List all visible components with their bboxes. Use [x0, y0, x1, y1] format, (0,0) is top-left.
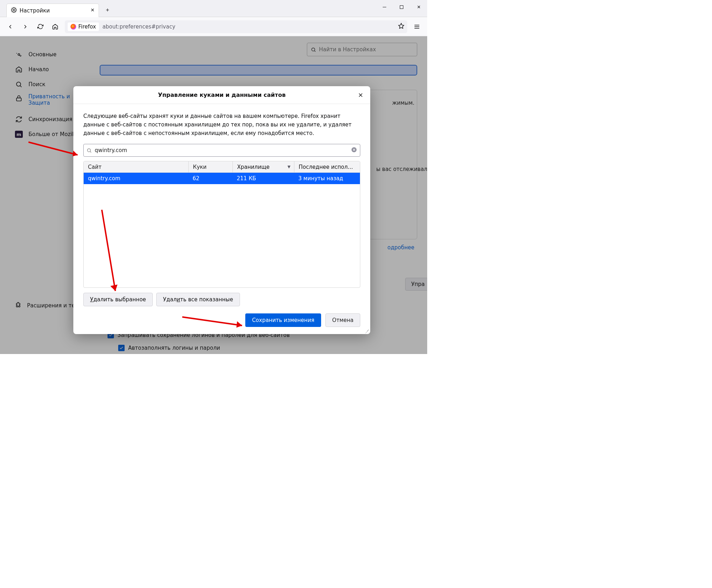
cell-site: qwintry.com: [84, 173, 188, 184]
back-button[interactable]: [5, 21, 16, 32]
firefox-icon: [70, 24, 76, 30]
delete-all-button[interactable]: Удалить все показанные: [156, 293, 240, 306]
cookies-dialog: Управление куками и данными сайтов Следу…: [73, 86, 370, 334]
table-header: Сайт Куки Хранилище ▼ Последнее использо…: [84, 161, 360, 173]
dialog-close-button[interactable]: [356, 90, 365, 100]
app-menu-button[interactable]: [412, 21, 422, 32]
home-button[interactable]: [50, 21, 61, 32]
clear-search-icon[interactable]: [351, 147, 357, 154]
cancel-button[interactable]: Отмена: [325, 313, 360, 327]
dialog-search-value: qwintry.com: [95, 147, 348, 153]
svg-marker-2: [399, 23, 404, 28]
urlbar[interactable]: Firefox about:preferences#privacy: [65, 20, 407, 33]
tab-close-icon[interactable]: [90, 7, 95, 14]
sort-indicator-icon: ▼: [288, 165, 290, 169]
table-row[interactable]: qwintry.com 62 211 КБ 3 минуты назад: [84, 173, 360, 184]
window-close[interactable]: [410, 1, 427, 13]
window-maximize[interactable]: [393, 1, 410, 13]
col-last-used[interactable]: Последнее использование: [294, 161, 360, 172]
titlebar: Настройки: [0, 0, 427, 17]
cell-storage: 211 КБ: [232, 173, 294, 184]
search-icon: [87, 148, 92, 153]
identity-label: Firefox: [78, 24, 96, 30]
dialog-search-input[interactable]: qwintry.com: [83, 144, 360, 157]
sites-table: Сайт Куки Хранилище ▼ Последнее использо…: [83, 161, 360, 288]
window-minimize[interactable]: [376, 1, 393, 13]
svg-point-7: [88, 149, 91, 152]
col-storage[interactable]: Хранилище ▼: [232, 161, 294, 172]
col-cookies[interactable]: Куки: [188, 161, 232, 172]
browser-tab[interactable]: Настройки: [6, 4, 99, 17]
cell-cookies: 62: [188, 173, 232, 184]
save-changes-button[interactable]: Сохранить изменения: [245, 313, 321, 327]
delete-selected-button[interactable]: Удалить выбранное: [83, 293, 153, 306]
new-tab-button[interactable]: [103, 5, 112, 15]
bookmark-star-icon[interactable]: [398, 23, 404, 31]
svg-point-0: [13, 9, 15, 11]
reload-button[interactable]: [35, 21, 46, 32]
cell-last-used: 3 минуты назад: [294, 173, 360, 184]
identity-badge[interactable]: Firefox: [68, 22, 99, 31]
forward-button[interactable]: [20, 21, 31, 32]
dialog-description: Следующие веб-сайты хранят куки и данные…: [83, 112, 360, 137]
col-site[interactable]: Сайт: [84, 161, 188, 172]
tab-title: Настройки: [20, 7, 87, 14]
gear-icon: [11, 7, 17, 14]
url-text: about:preferences#privacy: [103, 24, 176, 30]
window-controls: [376, 0, 427, 17]
dialog-header: Управление куками и данными сайтов: [73, 86, 370, 104]
resize-handle[interactable]: [365, 328, 370, 333]
nav-toolbar: Firefox about:preferences#privacy: [0, 17, 427, 36]
svg-rect-1: [400, 5, 403, 9]
dialog-title: Управление куками и данными сайтов: [158, 92, 286, 98]
